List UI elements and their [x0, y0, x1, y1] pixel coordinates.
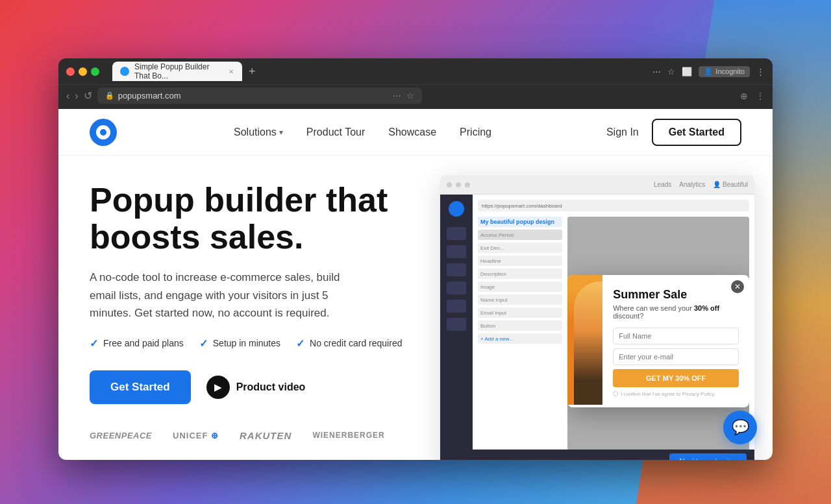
- hero-right: Leads Analytics 👤 Beautiful: [440, 182, 741, 447]
- reload-button[interactable]: ↺: [84, 90, 92, 102]
- sign-in-link[interactable]: Sign In: [606, 126, 639, 138]
- more-icon[interactable]: ⋮: [756, 91, 765, 101]
- hero-left: Popup builder that boosts sales. A no-co…: [90, 182, 427, 447]
- tab-title: Simple Popup Builder That Bo...: [134, 62, 219, 80]
- extension-icon: ⊕: [740, 91, 748, 101]
- partner-logos: GREENPEACE unicef ⊕ Rakuten wienerberger: [90, 430, 427, 441]
- lock-icon: 🔒: [105, 91, 114, 100]
- mockup-nav: Leads Analytics 👤 Beautiful: [654, 181, 748, 188]
- mockup-sidebar-item: [447, 263, 466, 276]
- browser-window: Simple Popup Builder That Bo... ✕ + ⋯ ☆ …: [58, 58, 773, 460]
- url-icons: ⋯ ☆: [393, 91, 414, 101]
- tab-bar: Simple Popup Builder That Bo... ✕ +: [112, 62, 647, 81]
- wienerberger-logo: wienerberger: [312, 431, 384, 440]
- url-bar[interactable]: 🔒 popupsmart.com ⋯ ☆: [97, 88, 422, 104]
- minimize-window-icon[interactable]: ⋯: [652, 67, 661, 77]
- menu-icon[interactable]: ⋮: [756, 67, 765, 77]
- popup-subtitle: Where can we send your 30% off discount?: [613, 304, 739, 320]
- mockup-logo: [449, 201, 464, 217]
- active-tab[interactable]: Simple Popup Builder That Bo... ✕: [112, 62, 242, 81]
- mockup-dot-3: [465, 182, 470, 187]
- nav-pricing[interactable]: Pricing: [460, 126, 491, 138]
- next-customize-button[interactable]: Next to customize: [669, 453, 747, 460]
- mockup-sidebar-item: [447, 245, 466, 258]
- star-icon[interactable]: ☆: [406, 91, 414, 101]
- mockup-panel-item: Email Input: [478, 307, 562, 318]
- mockup-body: https://popupsmart.com/dashboard My beau…: [440, 195, 754, 460]
- mockup-sidebar-item: [447, 227, 466, 240]
- mockup-toolbar: Leads Analytics 👤 Beautiful: [440, 175, 754, 195]
- bookmark-icon[interactable]: ☆: [667, 67, 675, 77]
- mockup-panel-item: Image: [478, 282, 562, 292]
- mockup-preview-area: ✕: [567, 217, 749, 460]
- product-video-button[interactable]: ▶ Product video: [206, 376, 306, 399]
- nav-get-started-button[interactable]: Get Started: [652, 119, 741, 146]
- play-icon: ▶: [206, 376, 230, 399]
- mockup-sidebar: [440, 195, 473, 460]
- hero-checks: ✓ Free and paid plans ✓ Setup in minutes…: [90, 337, 427, 350]
- popup-card: ✕: [567, 275, 749, 407]
- logo-inner: [96, 125, 110, 139]
- greenpeace-logo: GREENPEACE: [90, 431, 152, 440]
- popup-overlay: ✕: [567, 217, 749, 460]
- address-bar-right: ⊕ ⋮: [740, 91, 765, 101]
- mockup-browser: Leads Analytics 👤 Beautiful: [440, 175, 754, 460]
- back-button[interactable]: ‹: [66, 90, 69, 102]
- hero-get-started-button[interactable]: Get Started: [90, 370, 191, 404]
- fullscreen-button[interactable]: [91, 67, 99, 76]
- chat-icon: 💬: [732, 419, 749, 436]
- nav-right: Sign In Get Started: [606, 119, 741, 146]
- forward-button[interactable]: ›: [75, 90, 78, 102]
- mockup-left-panel: My beautiful popup design Access Period …: [478, 217, 562, 460]
- checkmark-icon: ✓: [199, 337, 208, 350]
- rakuten-logo: Rakuten: [240, 430, 291, 441]
- popup-submit-button[interactable]: GET MY 30% OFF: [613, 369, 739, 387]
- nav-showcase[interactable]: Showcase: [388, 126, 436, 138]
- check-no-cc: ✓ No credit card required: [296, 337, 402, 350]
- mockup-sidebar-item: [447, 282, 466, 294]
- unicef-logo: unicef ⊕: [173, 431, 219, 440]
- mockup-content: My beautiful popup design Access Period …: [478, 217, 749, 460]
- minimize-button[interactable]: [79, 67, 87, 76]
- popup-email-input[interactable]: [613, 348, 739, 365]
- mockup-bottom-toolbar: Next to customize: [440, 450, 754, 460]
- url-text: popupsmart.com: [118, 91, 181, 101]
- nav-links: Solutions ▾ Product Tour Showcase Pricin…: [234, 126, 491, 138]
- mockup-sidebar-item: [447, 318, 466, 331]
- website-content: Solutions ▾ Product Tour Showcase Pricin…: [58, 109, 773, 460]
- incognito-label: Incognito: [715, 67, 745, 75]
- incognito-badge: 👤 Incognito: [699, 66, 750, 77]
- chevron-down-icon: ▾: [279, 128, 283, 137]
- popup-form: Summer Sale Where can we send your 30% o…: [602, 275, 749, 407]
- hero-subtitle: A no-code tool to increase e-commerce sa…: [90, 269, 362, 322]
- popup-close-button[interactable]: ✕: [731, 280, 744, 293]
- checkmark-icon: ✓: [296, 337, 304, 350]
- site-logo[interactable]: [90, 119, 117, 146]
- close-button[interactable]: [66, 67, 75, 76]
- popup-name-input[interactable]: [613, 328, 739, 344]
- hero-title: Popup builder that boosts sales.: [90, 182, 427, 256]
- hero-actions: Get Started ▶ Product video: [90, 370, 427, 404]
- user-avatar: 👤 Beautiful: [713, 181, 748, 188]
- check-setup: ✓ Setup in minutes: [199, 337, 280, 350]
- nav-product-tour[interactable]: Product Tour: [306, 126, 365, 138]
- popup-radio: [613, 391, 618, 396]
- popup-title: Summer Sale: [613, 288, 739, 302]
- nav-solutions[interactable]: Solutions ▾: [234, 126, 283, 138]
- add-new-item: + Add a new...: [478, 333, 562, 344]
- mockup-panel-item: Headline: [478, 256, 562, 266]
- new-tab-button[interactable]: +: [245, 65, 260, 78]
- chat-widget-button[interactable]: 💬: [723, 411, 757, 444]
- mockup-panel-header: My beautiful popup design: [478, 217, 562, 227]
- mockup-panel-item: Exit Den...: [478, 243, 562, 253]
- mockup-panel-item: Description: [478, 269, 562, 279]
- leads-nav: Leads: [654, 181, 671, 188]
- tab-view-icon[interactable]: ⬜: [682, 67, 692, 77]
- mockup-dot-1: [447, 182, 452, 187]
- mockup-main: https://popupsmart.com/dashboard My beau…: [473, 195, 754, 460]
- check-free-plans: ✓ Free and paid plans: [90, 337, 184, 350]
- popup-privacy: I confirm that I've agree to Privacy Pol…: [613, 391, 739, 397]
- popup-discount: 30% off: [694, 304, 719, 312]
- mockup-panel-item: Access Period: [478, 230, 562, 240]
- tab-close-button[interactable]: ✕: [227, 67, 234, 76]
